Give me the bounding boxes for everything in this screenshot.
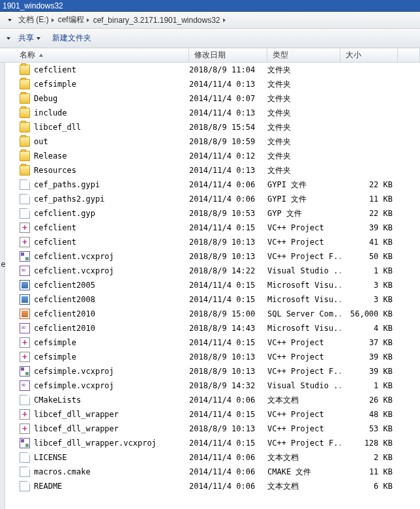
file-row[interactable]: libcef_dll_wrapper2018/8/9 10:13VC++ Pro… (0, 422, 420, 436)
column-header-size[interactable]: 大小 (340, 48, 398, 62)
file-row[interactable]: CMakeLists2014/11/4 0:06文本文档26 KB (0, 393, 420, 407)
file-name-cell[interactable]: cefclient2005 (0, 278, 189, 292)
file-row[interactable]: cefclient20052014/11/4 0:15Microsoft Vis… (0, 278, 420, 292)
file-name-cell[interactable]: README (0, 479, 189, 493)
file-row[interactable]: README2014/11/4 0:06文本文档6 KB (0, 479, 420, 493)
file-row[interactable]: cefclient2014/11/4 0:15VC++ Project39 KB (0, 221, 420, 235)
file-name: libcef_dll_wrapper (34, 424, 119, 433)
breadcrumb-item-0[interactable]: 文档 (E:) (17, 14, 50, 27)
file-row[interactable]: cefsimple.vcxproj2018/8/9 14:32Visual St… (0, 378, 420, 393)
organize-dropdown-icon[interactable] (7, 37, 10, 40)
file-icon (20, 194, 30, 204)
file-row[interactable]: cefclient.vcxproj2018/8/9 14:22Visual St… (0, 264, 420, 278)
file-row[interactable]: include2014/11/4 0:13文件夹 (0, 106, 420, 120)
file-row[interactable]: cefsimple.vcxproj2018/8/9 10:13VC++ Proj… (0, 364, 420, 378)
file-name-cell[interactable]: cefclient2010 (0, 307, 189, 321)
file-row[interactable]: Resources2014/11/4 0:13文件夹 (0, 163, 420, 177)
file-name-cell[interactable]: cefsimple (0, 77, 189, 91)
file-name: Resources (34, 166, 76, 175)
file-type-cell: Microsoft Visu... (267, 321, 340, 335)
file-name-cell[interactable]: LICENSE (0, 450, 189, 465)
new-folder-button[interactable]: 新建文件夹 (48, 31, 95, 46)
file-row[interactable]: libcef_dll2018/8/9 15:54文件夹 (0, 120, 420, 134)
file-row[interactable]: cefsimple2014/11/4 0:13文件夹 (0, 77, 420, 91)
share-button[interactable]: 共享 (14, 31, 48, 46)
breadcrumb-back-dropdown[interactable] (3, 14, 17, 27)
file-row[interactable]: libcef_dll_wrapper.vcxproj2014/11/4 0:15… (0, 436, 420, 450)
file-name-cell[interactable]: cefsimple (0, 350, 189, 364)
folder-icon (20, 122, 30, 132)
file-row[interactable]: cefsimple2014/11/4 0:15VC++ Project37 KB (0, 335, 420, 350)
column-header-type[interactable]: 类型 (267, 48, 340, 62)
file-name-cell[interactable]: cefclient (0, 63, 189, 77)
file-name-cell[interactable]: cef_paths2.gypi (0, 192, 189, 206)
file-name-cell[interactable]: cefclient (0, 235, 189, 249)
file-name-cell[interactable]: out (0, 134, 189, 149)
column-header-row: 名称 修改日期 类型 大小 (0, 48, 420, 63)
file-name: include (34, 108, 67, 117)
file-row[interactable]: cef_paths.gypi2014/11/4 0:06GYPI 文件22 KB (0, 177, 420, 192)
breadcrumb[interactable]: 文档 (E:) cef编程 cef_binary_3.2171.1901_win… (0, 12, 420, 29)
file-date-cell: 2014/11/4 0:06 (189, 393, 267, 407)
file-name-cell[interactable]: cefsimple.vcxproj (0, 364, 189, 378)
file-name: libcef_dll (34, 123, 81, 132)
file-name-cell[interactable]: cefclient2010 (0, 321, 189, 335)
file-date-cell: 2014/11/4 0:07 (189, 91, 267, 106)
file-name-cell[interactable]: cefsimple.vcxproj (0, 378, 189, 393)
folder-icon (20, 65, 30, 75)
column-header-date[interactable]: 修改日期 (189, 48, 267, 62)
file-row[interactable]: cefclient20082014/11/4 0:15Microsoft Vis… (0, 292, 420, 307)
file-row[interactable]: cefclient2018/8/9 10:13VC++ Project41 KB (0, 235, 420, 249)
file-row[interactable]: Debug2014/11/4 0:07文件夹 (0, 91, 420, 106)
file-name: cefclient2010 (34, 309, 95, 318)
file-row[interactable]: libcef_dll_wrapper2014/11/4 0:15VC++ Pro… (0, 407, 420, 422)
file-row[interactable]: cefclient.vcxproj2018/8/9 10:13VC++ Proj… (0, 249, 420, 264)
file-row[interactable]: macros.cmake2014/11/4 0:06CMAKE 文件11 KB (0, 465, 420, 479)
file-size-cell: 39 KB (340, 350, 395, 364)
file-row[interactable]: cefclient2018/8/9 11:04文件夹 (0, 63, 420, 77)
file-size-cell: 39 KB (340, 221, 395, 235)
file-row[interactable]: cefclient20102018/8/9 15:00SQL Server Co… (0, 307, 420, 321)
file-name: libcef_dll_wrapper.vcxproj (34, 439, 157, 448)
file-name: cefclient.vcxproj (34, 266, 114, 275)
file-row[interactable]: cefclient.gyp2018/8/9 10:53GYP 文件22 KB (0, 206, 420, 221)
file-name-cell[interactable]: cefsimple (0, 335, 189, 350)
chevron-down-icon (37, 37, 40, 40)
file-name-cell[interactable]: macros.cmake (0, 465, 189, 479)
file-size-cell: 41 KB (340, 235, 395, 249)
file-type-cell: CMAKE 文件 (267, 465, 340, 479)
file-name-cell[interactable]: cefclient.gyp (0, 206, 189, 221)
breadcrumb-item-2[interactable]: cef_binary_3.2171.1901_windows32 (92, 14, 222, 27)
file-name-cell[interactable]: Resources (0, 163, 189, 177)
file-date-cell: 2014/11/4 0:15 (189, 292, 267, 307)
file-date-cell: 2014/11/4 0:15 (189, 436, 267, 450)
file-name-cell[interactable]: cefclient.vcxproj (0, 264, 189, 278)
file-row[interactable]: cefclient20102018/8/9 14:43Microsoft Vis… (0, 321, 420, 335)
file-name-cell[interactable]: cefclient (0, 221, 189, 235)
file-type-cell: 文件夹 (267, 163, 340, 177)
file-name-cell[interactable]: Release (0, 149, 189, 163)
file-name-cell[interactable]: libcef_dll (0, 120, 189, 134)
file-name-cell[interactable]: libcef_dll_wrapper (0, 407, 189, 422)
file-type-cell: VC++ Project F... (267, 249, 340, 264)
file-name-cell[interactable]: include (0, 106, 189, 120)
file-size-cell (340, 106, 395, 120)
file-row[interactable]: Release2014/11/4 0:12文件夹 (0, 149, 420, 163)
file-name-cell[interactable]: CMakeLists (0, 393, 189, 407)
column-header-name[interactable]: 名称 (0, 48, 189, 62)
file-name-cell[interactable]: cef_paths.gypi (0, 177, 189, 192)
file-name-cell[interactable]: libcef_dll_wrapper (0, 422, 189, 436)
file-name-cell[interactable]: cefclient2008 (0, 292, 189, 307)
file-size-cell: 4 KB (340, 321, 395, 335)
breadcrumb-item-1[interactable]: cef编程 (57, 14, 85, 27)
file-row[interactable]: cefsimple2018/8/9 10:13VC++ Project39 KB (0, 350, 420, 364)
file-name-cell[interactable]: cefclient.vcxproj (0, 249, 189, 264)
file-name: macros.cmake (34, 467, 91, 476)
file-row[interactable]: LICENSE2014/11/4 0:06文本文档2 KB (0, 450, 420, 465)
file-name-cell[interactable]: Debug (0, 91, 189, 106)
file-row[interactable]: out2018/8/9 10:59文件夹 (0, 134, 420, 149)
file-row[interactable]: cef_paths2.gypi2014/11/4 0:06GYPI 文件11 K… (0, 192, 420, 206)
column-header-tail[interactable] (398, 48, 420, 62)
file-name-cell[interactable]: libcef_dll_wrapper.vcxproj (0, 436, 189, 450)
file-icon (20, 481, 30, 491)
